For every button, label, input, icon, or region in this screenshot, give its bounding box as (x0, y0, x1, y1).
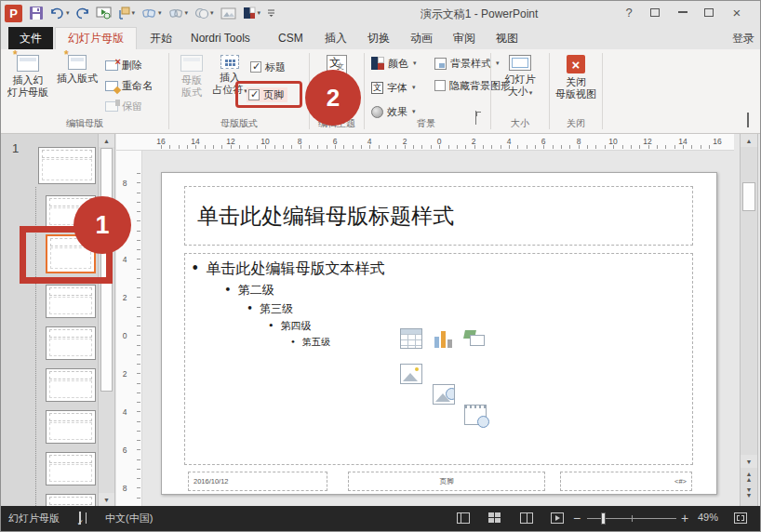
panel-scroll-down-arrow[interactable]: ▼ (99, 493, 114, 506)
main-scrollbar[interactable]: ▲ ▼ ▲▲ ▼▼ (740, 134, 758, 506)
tab-nordri-tools[interactable]: Nordri Tools (180, 27, 261, 49)
scroll-down-arrow[interactable]: ▼ (741, 455, 757, 468)
insert-slide-master-button[interactable]: 插入幻 灯片母版 (5, 53, 51, 116)
insert-placeholder-icon (220, 55, 239, 69)
help-button[interactable]: ? (617, 1, 641, 23)
delete-icon (105, 60, 118, 71)
layout-thumbnail[interactable] (46, 326, 96, 360)
fragment-shapes-icon[interactable] (194, 4, 214, 22)
window-title: 演示文稿1 - PowerPoint (373, 7, 585, 22)
body-level-5: •第五级 (290, 336, 330, 349)
slideshow-view-button[interactable] (551, 512, 564, 524)
scroll-up-arrow[interactable]: ▲ (741, 134, 757, 147)
layout-thumbnail[interactable] (46, 285, 96, 318)
insert-video-icon[interactable] (464, 405, 487, 425)
tab-slide-master[interactable]: 幻灯片母版 (55, 27, 137, 49)
slide-canvas[interactable]: 单击此处编辑母版标题样式 •单击此处编辑母版文本样式 •第二级 •第三级 •第四… (161, 172, 717, 495)
main-scrollbar-thumb[interactable] (742, 182, 755, 211)
insert-pictures-icon[interactable] (400, 364, 422, 384)
undo-icon[interactable] (50, 4, 70, 22)
group-label-master-layout: 母版版式 (169, 117, 309, 130)
redo-icon[interactable] (76, 4, 89, 22)
powerpoint-logo: P (5, 5, 22, 22)
title-placeholder[interactable]: 单击此处编辑母版标题样式 (184, 186, 693, 246)
merge-shapes-icon[interactable] (141, 4, 162, 22)
tab-home[interactable]: 开始 (139, 27, 183, 49)
theme-colors-icon[interactable] (243, 4, 261, 22)
group-label-close: 关闭 (550, 117, 602, 130)
customize-quick-access-toolbar-icon[interactable] (267, 4, 275, 22)
master-layout-icon (180, 55, 203, 72)
slide-size-button[interactable]: 幻灯片 大小 (498, 53, 542, 116)
group-label-size: 大小 (491, 117, 549, 130)
zoom-slider-center-tick (632, 515, 633, 522)
proofing-icon[interactable] (79, 512, 81, 524)
layout-thumbnail[interactable] (46, 452, 96, 485)
title-checkbox-box (250, 61, 261, 73)
zoom-in-button[interactable]: + (681, 511, 688, 525)
footer-placeholder[interactable]: 页脚 (348, 472, 545, 491)
zoom-slider-thumb[interactable] (601, 512, 606, 525)
collapse-ribbon-button[interactable] (747, 114, 749, 127)
ribbon: 插入幻 灯片母版 插入版式 删除 重命名 保留 编辑母版 母版 版式 插入 占位… (1, 49, 760, 134)
tab-csm[interactable]: CSM (267, 27, 314, 49)
combine-shapes-icon[interactable] (168, 4, 189, 22)
panel-scroll-up-arrow[interactable]: ▲ (99, 134, 114, 147)
date-placeholder[interactable]: 2016/10/12 (188, 472, 327, 491)
maximize-button[interactable] (697, 1, 721, 23)
layout-thumbnail[interactable] (46, 368, 96, 402)
insert-layout-button[interactable]: 插入版式 (55, 53, 100, 116)
normal-view-button[interactable] (457, 512, 470, 524)
annotation-rect-step2 (235, 81, 302, 108)
title-checkbox[interactable]: 标题 (250, 60, 286, 74)
slide-size-icon (509, 55, 531, 71)
zoom-out-button[interactable]: − (573, 511, 581, 525)
tab-view[interactable]: 视图 (485, 27, 529, 49)
reading-view-button[interactable] (520, 512, 533, 524)
ribbon-display-options-button[interactable] (643, 1, 667, 23)
body-level-3: •第三级 (247, 301, 293, 317)
status-language[interactable]: 中文(中国) (105, 512, 153, 525)
previous-slide-button[interactable]: ▲▲ (741, 472, 757, 485)
group-label-background: 背景 (365, 117, 487, 130)
fit-slide-to-window-button[interactable] (734, 512, 747, 524)
insert-online-pictures-icon[interactable] (433, 384, 455, 405)
tab-insert[interactable]: 插入 (314, 27, 358, 49)
close-button[interactable]: × (725, 1, 749, 23)
insert-table-icon[interactable] (400, 328, 422, 349)
slide-number-placeholder[interactable]: <#> (560, 472, 692, 491)
panel-scrollbar[interactable]: ▲ ▼ (98, 134, 115, 506)
tab-animations[interactable]: 动画 (399, 27, 444, 49)
fonts-icon: 文 (371, 82, 383, 94)
body-level-4: •第四级 (268, 319, 312, 333)
slide-sorter-view-button[interactable] (488, 512, 501, 524)
sign-in-link[interactable]: 登录 (732, 31, 754, 47)
insert-chart-icon[interactable] (433, 328, 455, 349)
bring-forward-icon[interactable] (118, 4, 136, 22)
insert-picture-icon[interactable] (220, 4, 236, 22)
colors-button[interactable]: 颜色 (371, 55, 417, 72)
workspace: 1 ▲ ▼ 16 14 12 10 8 6 4 (1, 134, 760, 506)
body-placeholder[interactable]: •单击此处编辑母版文本样式 •第二级 •第三级 •第四级 •第五级 (184, 253, 693, 465)
start-slideshow-icon[interactable] (96, 4, 112, 22)
rename-button[interactable]: 重命名 (105, 77, 153, 94)
next-slide-button[interactable]: ▼▼ (741, 487, 757, 500)
zoom-level[interactable]: 49% (698, 512, 718, 523)
preserve-button[interactable]: 保留 (105, 98, 142, 114)
close-master-view-button[interactable]: × 关闭 母版视图 (554, 53, 598, 116)
delete-button[interactable]: 删除 (105, 57, 142, 73)
slide-master-thumbnail[interactable] (38, 147, 96, 184)
insert-smartart-icon[interactable] (464, 328, 487, 349)
tab-file[interactable]: 文件 (8, 27, 53, 49)
tab-review[interactable]: 审阅 (442, 27, 487, 49)
annotation-circle-step2: 2 (305, 70, 361, 126)
save-icon[interactable] (29, 4, 44, 22)
minimize-button[interactable] (671, 1, 695, 23)
powerpoint-window: P (0, 0, 761, 532)
layout-thumbnail[interactable] (46, 494, 96, 506)
layout-thumbnail[interactable] (46, 410, 96, 444)
master-layout-button[interactable]: 母版 版式 (174, 53, 209, 116)
fonts-button[interactable]: 文 字体 (371, 79, 416, 96)
tab-transitions[interactable]: 切换 (356, 27, 401, 49)
powerpoint-logo-icon[interactable]: P (5, 4, 22, 22)
